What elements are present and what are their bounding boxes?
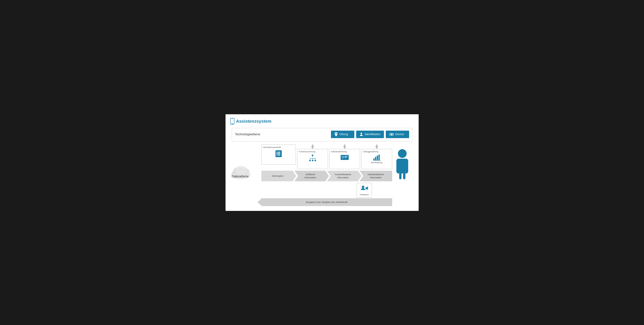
svg-rect-37 [344,156,348,157]
idcard-icon [340,154,349,160]
individualisierung-label: Individualisierung [331,150,347,153]
ortung-button[interactable]: Ortung [331,131,354,138]
svg-rect-15 [276,152,278,153]
svg-rect-55 [368,187,368,188]
person-icon [360,132,363,137]
individualisierung-box: Individualisierung [329,149,360,169]
svg-rect-1 [232,124,233,124]
flow-step-individualisierte: Individualisierte Information [360,169,392,183]
identifikation-label: Identifikation [364,133,380,136]
slide: Assistenzsystem Technologieebene Ortung … [226,114,419,211]
feedback-icon [360,184,368,192]
list-icon [275,150,282,158]
device-label: Device [396,133,404,136]
kontextzuordnung-label: Kontextzuordnung [299,150,316,153]
bottom-flow: Feedback Eingaben bzw. Reaktion der Arbe… [261,183,392,206]
svg-rect-20 [278,155,280,155]
svg-rect-44 [378,155,380,160]
svg-point-13 [235,166,247,175]
network-icon [308,154,317,162]
barchart-icon [373,154,381,161]
dialoggestaltung-box: Dialoggestaltung Bereitstellung [361,149,392,169]
device-icon [389,133,394,136]
svg-rect-38 [344,157,347,158]
infomationsauswahl-box: Infomationsauswahl [261,145,296,165]
svg-point-3 [360,133,362,134]
kontextzuordnung-box: Kontextzuordnung [297,149,328,169]
data-label: Datenebene [232,175,249,178]
svg-point-6 [393,134,394,134]
svg-rect-27 [312,156,313,157]
reaction-arrow-left [258,198,262,206]
dashed-boxes-row: Infomationsauswahl [261,145,392,169]
reaction-label: Eingaben bzw. Reaktion der Arbeitskraft [306,201,348,203]
svg-rect-22 [312,145,313,147]
svg-rect-18 [278,153,280,154]
feedback-label: Feedback [360,193,369,196]
svg-rect-16 [278,152,280,153]
svg-rect-17 [276,153,278,154]
arrow-down-device [374,145,379,149]
infomationsauswahl-label: Infomationsauswahl [263,146,281,148]
location-icon [334,132,338,137]
phone-icon [230,118,234,125]
svg-rect-41 [373,158,374,160]
tech-label: Technologieebene [235,133,269,136]
svg-point-54 [362,186,364,188]
dialoggestaltung-label: Dialoggestaltung [363,150,378,153]
reaction-band: Eingaben bzw. Reaktion der Arbeitskraft [261,198,392,206]
svg-rect-0 [230,118,234,124]
svg-rect-45 [373,160,380,161]
svg-rect-23 [312,155,313,156]
flow-step-information: Information [261,169,294,183]
tech-buttons: Ortung Identifikation Device [331,131,409,138]
svg-rect-52 [399,173,402,179]
arrow-down-ortung [310,145,315,149]
svg-rect-30 [312,158,313,160]
flow-area: Infomationsauswahl [261,145,392,183]
dialoggestaltung-area: Dialoggestaltung Bereitstellung [361,145,392,169]
svg-marker-58 [258,198,262,206]
feedback-box: Feedback [357,183,372,198]
bottom-section: Feedback Eingaben bzw. Reaktion der Arbe… [232,183,412,206]
header: Assistenzsystem [230,118,414,125]
svg-rect-57 [368,188,368,189]
person-figure [392,145,412,183]
svg-rect-2 [232,118,233,119]
flow-step-kontextbasierte: Kontextbasierte Information [327,169,360,183]
person-svg [394,148,410,179]
svg-rect-43 [377,156,378,160]
svg-point-50 [398,149,407,158]
svg-rect-29 [310,158,310,160]
ortung-label: Ortung [339,133,348,136]
svg-rect-40 [376,145,377,147]
page-title: Assistenzsystem [236,119,272,124]
identifikation-button[interactable]: Identifikation [356,131,384,138]
device-button[interactable]: Device [386,131,409,138]
kontextzuordnung-area: Kontextzuordnung [297,145,328,169]
svg-point-5 [391,134,392,135]
svg-rect-42 [375,157,376,160]
bereitstellung-label: Bereitstellung [371,161,382,164]
svg-rect-53 [403,173,406,179]
flow-band: InformationGefilterte InformationKontext… [261,169,392,183]
svg-rect-51 [396,159,408,173]
arrow-down-identifikation [342,145,347,149]
svg-rect-56 [368,187,368,187]
flow-step-gefilterte: Gefilterte Information [294,169,327,183]
svg-rect-19 [276,155,278,155]
individualisierung-area: Individualisierung [329,145,360,169]
left-side: Datenebene [232,145,261,183]
flow-band-container: InformationGefilterte InformationKontext… [261,169,392,183]
tech-box: Technologieebene Ortung Identifikation [232,128,412,141]
svg-rect-33 [344,145,345,147]
svg-rect-31 [315,158,316,160]
feedback-area: Feedback [261,183,372,198]
